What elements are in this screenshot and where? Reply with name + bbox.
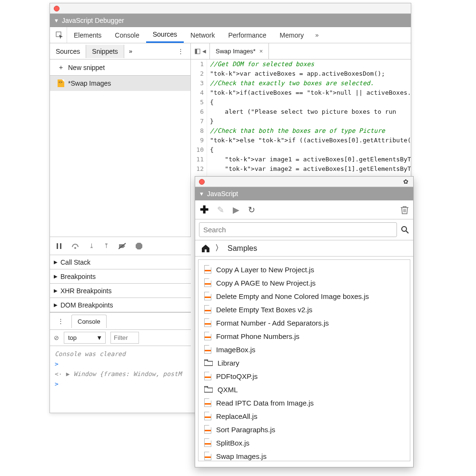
script-item[interactable]: Read IPTC Data from Image.js	[198, 396, 410, 409]
disclosure-triangle-icon: ▶	[54, 288, 58, 293]
svg-rect-4	[60, 243, 61, 249]
console-tab[interactable]: Console	[71, 315, 107, 328]
svg-point-5	[74, 247, 76, 249]
item-label: Read IPTC Data from Image.js	[216, 399, 314, 407]
script-item[interactable]: PDFtoQXP.js	[198, 369, 410, 383]
open-file-tab[interactable]: Swap Images* ×	[210, 43, 269, 59]
devtools-tab-console[interactable]: Console	[108, 27, 146, 43]
item-label: Sort Paragraphs.js	[216, 426, 275, 434]
script-item[interactable]: SplitBox.js	[198, 436, 410, 449]
disclosure-triangle-icon: ▶	[54, 274, 58, 279]
console-kebab-icon[interactable]: ⋮	[54, 317, 68, 325]
debug-section-call-stack[interactable]: ▶Call Stack	[50, 255, 191, 269]
script-item[interactable]: ImageBox.js	[198, 343, 410, 356]
devtools-more-tabs[interactable]: »	[310, 27, 323, 43]
reload-icon[interactable]: ↻	[248, 205, 255, 215]
script-item[interactable]: Delete Empty and None Colored Image boxe…	[198, 289, 410, 303]
pane-tab-snippets[interactable]: Snippets	[86, 45, 124, 58]
breadcrumb: 〉 Samples	[195, 240, 413, 257]
script-item[interactable]: Format Phone Numbers.js	[198, 329, 410, 343]
js-file-icon	[204, 318, 211, 327]
item-label: Format Phone Numbers.js	[216, 332, 299, 340]
window-title: JavaScript Debugger	[62, 17, 124, 24]
js-file-icon	[204, 305, 211, 314]
close-window-icon[interactable]	[199, 179, 205, 185]
console-output: Console was cleared><· ▶Window {frames: …	[50, 346, 191, 392]
inspect-element-icon[interactable]	[52, 27, 67, 43]
run-icon[interactable]: ▶	[233, 205, 239, 215]
script-item[interactable]: Swap Images.js	[198, 449, 410, 461]
script-item[interactable]: Sort Paragraphs.js	[198, 423, 410, 436]
devtools-tab-performance[interactable]: Performance	[221, 27, 273, 43]
pane-tab-sources[interactable]: Sources	[50, 45, 86, 58]
disclosure-triangle-icon[interactable]: ▼	[54, 18, 59, 23]
js-file-icon	[204, 372, 211, 380]
context-selector[interactable]: top ▼	[64, 332, 106, 344]
new-snippet-button[interactable]: ＋ New snippet	[50, 60, 190, 76]
disclosure-triangle-icon: ▶	[54, 259, 58, 265]
script-item[interactable]: Delete Empty Text Boxes v2.js	[198, 303, 410, 316]
deactivate-breakpoints-icon[interactable]	[119, 243, 126, 249]
open-file-name: Swap Images*	[216, 48, 256, 55]
pause-exceptions-icon[interactable]	[136, 243, 142, 249]
snippet-file-icon	[58, 79, 64, 87]
pane-kebab-icon[interactable]: ⋮	[171, 48, 190, 55]
snippet-name: *Swap Images	[68, 79, 111, 87]
clear-console-icon[interactable]: ⊘	[54, 334, 59, 341]
gear-icon[interactable]: ✿	[403, 178, 408, 185]
breadcrumb-separator-icon: 〉	[215, 243, 223, 253]
js-file-icon	[204, 425, 211, 434]
snippet-item[interactable]: *Swap Images	[50, 76, 190, 91]
js-file-icon	[204, 412, 211, 420]
js-file-icon	[204, 345, 211, 354]
devtools-tab-network[interactable]: Network	[184, 27, 221, 43]
js-file-icon	[204, 332, 211, 340]
breadcrumb-current[interactable]: Samples	[228, 244, 257, 253]
add-script-icon[interactable]: ✚	[200, 204, 208, 216]
item-label: PDFtoQXP.js	[216, 372, 258, 380]
js-file-icon	[204, 278, 211, 287]
js-file-icon	[204, 398, 211, 407]
devtools-tab-memory[interactable]: Memory	[273, 27, 311, 43]
debug-section-dom-breakpoints[interactable]: ▶DOM Breakpoints	[50, 298, 191, 312]
js-file-icon	[204, 265, 211, 274]
folder-item[interactable]: QXML	[198, 383, 410, 396]
close-window-icon[interactable]	[54, 6, 60, 11]
step-over-icon[interactable]	[72, 243, 79, 249]
navigator-toggle[interactable]: ◀	[191, 43, 210, 59]
window-traffic-lights	[50, 3, 411, 14]
console-filter-input[interactable]	[110, 332, 139, 344]
trash-icon[interactable]	[401, 206, 408, 214]
script-item[interactable]: ReplaceAll.js	[198, 409, 410, 423]
script-item[interactable]: Copy A PAGE to New Project.js	[198, 276, 410, 289]
console-row[interactable]: >	[50, 359, 191, 369]
search-icon[interactable]	[401, 226, 409, 234]
folder-item[interactable]: Library	[198, 356, 410, 369]
js-file-icon	[204, 452, 211, 460]
item-label: Delete Empty Text Boxes v2.js	[216, 306, 312, 314]
disclosure-triangle-icon[interactable]: ▼	[199, 191, 204, 197]
item-label: Format Number - Add Separators.js	[216, 319, 329, 327]
console-row: Console was cleared	[50, 349, 191, 359]
js-window-traffic-lights: ✿	[195, 177, 413, 187]
step-out-icon[interactable]: ⤒	[104, 242, 109, 249]
devtools-tab-sources[interactable]: Sources	[146, 27, 184, 43]
script-item[interactable]: Format Number - Add Separators.js	[198, 316, 410, 329]
script-item[interactable]: Copy A Layer to New Project.js	[198, 263, 410, 276]
script-list: Copy A Layer to New Project.jsCopy A PAG…	[198, 259, 410, 461]
console-drawer-tabs: ⋮ Console	[50, 312, 191, 329]
debug-section-breakpoints[interactable]: ▶Breakpoints	[50, 269, 191, 284]
debug-section-xhr-breakpoints[interactable]: ▶XHR Breakpoints	[50, 284, 191, 298]
search-input[interactable]	[199, 222, 397, 237]
edit-icon[interactable]: ✎	[217, 205, 224, 215]
console-row[interactable]: >	[50, 379, 191, 389]
pane-more-icon[interactable]: »	[124, 48, 137, 55]
home-icon[interactable]	[201, 244, 210, 253]
svg-line-11	[406, 231, 408, 233]
devtools-tab-elements[interactable]: Elements	[67, 27, 108, 43]
pause-icon[interactable]	[56, 243, 62, 249]
sources-subheader: SourcesSnippets » ⋮ ◀ Swap Images* ×	[50, 43, 411, 60]
close-tab-icon[interactable]: ×	[259, 48, 263, 55]
item-label: Library	[218, 359, 239, 367]
step-into-icon[interactable]: ⤓	[89, 242, 94, 249]
